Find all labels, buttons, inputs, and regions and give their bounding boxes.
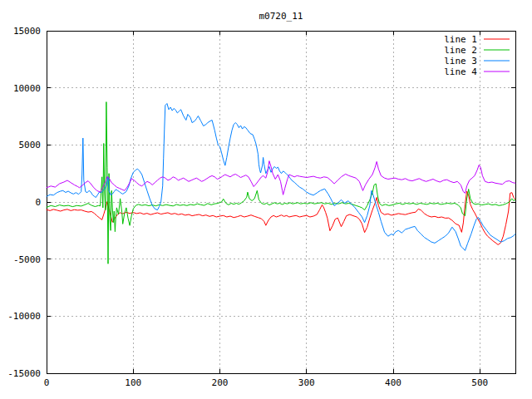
chart-figure: m0720_11 -15000-10000-500005000100001500… xyxy=(0,0,532,399)
x-tick-label: 400 xyxy=(385,377,401,388)
x-tick-label: 0 xyxy=(44,377,50,388)
y-tick-label: -15000 xyxy=(7,368,41,379)
y-tick-label: -5000 xyxy=(13,254,41,265)
y-tick-label: 10000 xyxy=(13,83,41,94)
x-tick-label: 500 xyxy=(471,377,488,388)
y-tick-label: 15000 xyxy=(13,26,41,37)
legend-label: line 4 xyxy=(444,66,477,77)
y-tick-label: 5000 xyxy=(19,140,42,150)
legend-label: line 2 xyxy=(444,45,477,56)
x-tick-label: 100 xyxy=(125,377,141,388)
chart-canvas: m0720_11 -15000-10000-500005000100001500… xyxy=(0,0,532,399)
legend-label: line 3 xyxy=(444,56,477,66)
y-tick-label: 0 xyxy=(35,197,41,208)
legend-label: line 1 xyxy=(444,34,477,45)
x-tick-label: 300 xyxy=(298,377,315,388)
chart-title: m0720_11 xyxy=(259,11,303,22)
x-tick-label: 200 xyxy=(212,377,229,388)
y-tick-label: -10000 xyxy=(7,311,41,322)
